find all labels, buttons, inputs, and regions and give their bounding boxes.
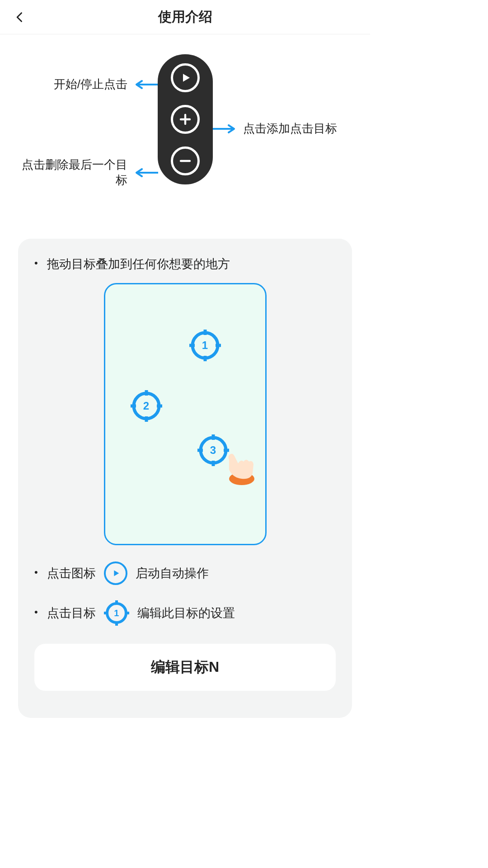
phone-preview: 1 2 3	[104, 283, 267, 545]
minus-icon	[178, 154, 192, 168]
page-title: 使用介绍	[0, 8, 370, 26]
target-marker-1[interactable]: 1	[189, 330, 221, 361]
arrow-left-icon	[134, 168, 158, 177]
label-add-target: 点击添加点击目标	[212, 121, 337, 137]
play-stop-button[interactable]	[171, 63, 200, 92]
play-icon	[178, 71, 192, 85]
floating-control-panel	[158, 54, 213, 184]
label-remove-target: 点击删除最后一个目标	[0, 157, 158, 188]
hand-pointer-icon	[216, 446, 256, 487]
instructions-card: • 拖动目标叠加到任何你想要的地方 1 2	[18, 239, 352, 718]
label-play-stop: 开始/停止点击	[0, 77, 158, 92]
back-button[interactable]	[11, 8, 29, 26]
edit-instruction: • 点击目标 1 编辑此目标的设置	[34, 600, 336, 626]
crosshair-icon-inline: 1	[104, 600, 129, 626]
play-instruction: • 点击图标 启动自动操作	[34, 561, 336, 585]
play-icon	[111, 568, 121, 578]
control-panel-diagram: 开始/停止点击 点击添加点击目标 点击删除最后一个目标	[0, 54, 370, 226]
target-marker-2[interactable]: 2	[131, 390, 162, 422]
plus-icon	[178, 113, 192, 126]
remove-target-button[interactable]	[171, 146, 200, 175]
arrow-right-icon	[212, 124, 237, 133]
play-icon-inline	[104, 561, 127, 585]
edit-target-card: 编辑目标N	[34, 644, 336, 691]
arrow-left-icon	[134, 80, 158, 89]
drag-hint: • 拖动目标叠加到任何你想要的地方	[34, 256, 336, 272]
add-target-button[interactable]	[171, 105, 200, 134]
chevron-left-icon	[14, 11, 26, 24]
header: 使用介绍	[0, 0, 370, 34]
